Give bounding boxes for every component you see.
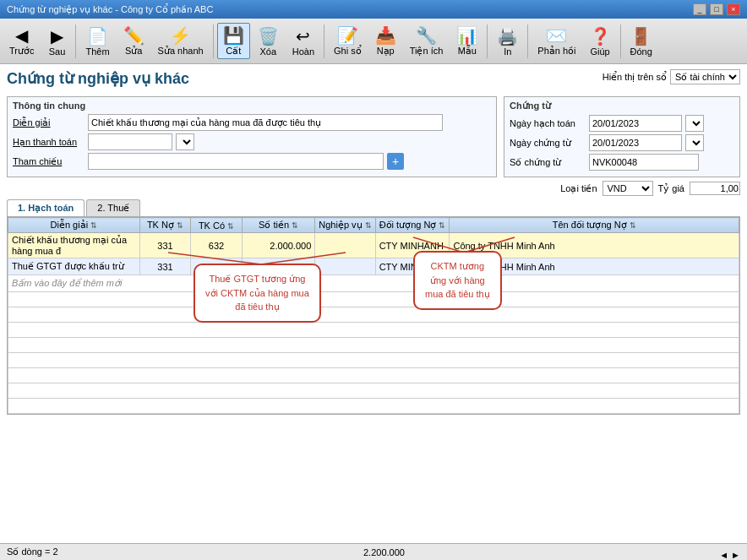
undo-label: Hoàn: [292, 46, 314, 57]
title-bar: Chứng từ nghiệp vụ khác - Công ty Cổ phầ…: [0, 0, 747, 19]
close-window-btn[interactable]: ×: [727, 3, 740, 15]
chung-tu-title: Chứng từ: [510, 101, 734, 111]
han-thanh-toan-select[interactable]: [176, 133, 194, 150]
currency-row: Loại tiền VND Tỷ giá: [7, 181, 740, 196]
main-wrapper: Chứng từ nghiệp vụ khác Hiển thị trên sổ…: [0, 64, 747, 560]
quickedit-button[interactable]: ⚡ Sửa nhanh: [152, 23, 210, 59]
feedback-label: Phản hồi: [537, 46, 575, 57]
utility-button[interactable]: 🔧 Tiện ích: [404, 23, 450, 59]
empty-row: [8, 307, 739, 323]
maximize-btn[interactable]: □: [710, 3, 723, 15]
close-button[interactable]: 🚪 Đóng: [624, 24, 658, 59]
empty-row: [8, 292, 739, 307]
so-chung-tu-input[interactable]: [589, 154, 699, 171]
tham-chieu-input[interactable]: [88, 153, 384, 170]
table-row[interactable]: Thuế GTGT được khấu trừ 331 1331 200.000…: [8, 258, 739, 275]
tham-chieu-label[interactable]: Tham chiếu: [13, 156, 85, 167]
help-icon: ❓: [590, 26, 611, 46]
ngay-chung-tu-select[interactable]: [685, 134, 704, 151]
col-tk-co: TK Có ⇅: [191, 218, 243, 233]
delete-button[interactable]: 🗑️ Xóa: [252, 24, 285, 59]
tab-thue[interactable]: 2. Thuế: [86, 199, 140, 216]
ngay-hach-toan-row: Ngày hạch toán: [510, 115, 734, 132]
toolbar: ◀ Trước ▶ Sau 📄 Thêm ✏️ Sửa ⚡ Sửa nhanh …: [0, 19, 747, 64]
so-chung-tu-row: Số chứng từ: [510, 154, 734, 171]
ngay-chung-tu-label: Ngày chứng từ: [510, 138, 586, 149]
col-tk-no: TK Nợ ⇅: [139, 218, 191, 233]
empty-row: [8, 323, 739, 338]
tab-hach-toan[interactable]: 1. Hạch toán: [7, 199, 85, 216]
separator2: [213, 24, 214, 58]
load-icon: 📥: [375, 25, 396, 46]
forward-button[interactable]: ▶ Sau: [41, 24, 72, 59]
template-button[interactable]: 📊 Mẫu: [450, 23, 483, 59]
help-label: Giúp: [590, 46, 609, 57]
template-icon: 📊: [456, 25, 477, 46]
help-button[interactable]: ❓ Giúp: [584, 24, 617, 59]
save-button[interactable]: 💾 Cất: [217, 23, 250, 59]
ngay-chung-tu-input[interactable]: [589, 134, 682, 151]
hien-thi-label: Hiển thị trên sổ: [603, 72, 667, 83]
close-icon: 🚪: [630, 26, 652, 46]
empty-row: [8, 383, 739, 399]
load-button[interactable]: 📥 Nạp: [369, 23, 402, 59]
callout2-text: CKTM tươngứng với hàngmua đã tiêu thụ: [425, 261, 490, 299]
han-thanh-toan-label[interactable]: Hạn thanh toán: [13, 137, 85, 148]
ty-gia-input[interactable]: [690, 182, 740, 195]
table-container: Diễn giải ⇅ TK Nợ ⇅ TK Có ⇅ Số tiền ⇅ Ng…: [7, 216, 740, 415]
ty-gia-label: Tỷ giá: [658, 183, 684, 194]
col-so-tien: Số tiền ⇅: [242, 218, 315, 233]
hien-thi-select[interactable]: Số tài chính Số nội bộ: [670, 69, 740, 84]
undo-icon: ↩: [296, 26, 310, 46]
ngay-hach-toan-label: Ngày hạch toán: [510, 118, 586, 129]
ngay-chung-tu-row: Ngày chứng từ: [510, 134, 734, 151]
han-thanh-toan-input[interactable]: [88, 133, 172, 150]
add-icon: 📄: [87, 26, 108, 46]
save-icon: 💾: [223, 25, 244, 46]
ngay-hach-toan-input[interactable]: [589, 115, 682, 132]
dien-giai-label[interactable]: Diễn giải: [13, 117, 85, 128]
dien-giai-input[interactable]: [88, 114, 443, 131]
cell-nghiep-vu: [315, 233, 375, 258]
quickedit-icon: ⚡: [170, 25, 191, 46]
top-controls: Chứng từ nghiệp vụ khác Hiển thị trên sổ…: [7, 69, 740, 93]
tham-chieu-add-button[interactable]: +: [387, 153, 404, 170]
post-button[interactable]: 📝 Ghi sổ: [328, 23, 368, 59]
feedback-icon: ✉️: [546, 25, 567, 46]
table-row[interactable]: Chiết khấu thương mại của hàng mua đ 331…: [8, 233, 739, 258]
quickedit-label: Sửa nhanh: [158, 46, 204, 57]
empty-row: [8, 368, 739, 383]
utility-label: Tiện ích: [410, 46, 444, 57]
feedback-button[interactable]: ✉️ Phản hồi: [532, 23, 581, 59]
add-button[interactable]: 📄 Thêm: [79, 24, 115, 59]
edit-button[interactable]: ✏️ Sửa: [117, 23, 150, 59]
edit-label: Sửa: [125, 46, 142, 57]
tabs-row: 1. Hạch toán 2. Thuế: [7, 199, 740, 216]
footer-status: Số dòng = 2: [7, 546, 58, 557]
cell-dien-giai: Chiết khấu thương mại của hàng mua đ: [8, 233, 140, 258]
thong-tin-title: Thông tin chung: [13, 101, 491, 111]
thong-tin-chung-panel: Thông tin chung Diễn giải Hạn thanh toán…: [7, 96, 497, 177]
back-button[interactable]: ◀ Trước: [3, 23, 40, 59]
col-doi-tuong-no: Đối tượng Nợ ⇅: [375, 218, 450, 233]
scrollbar-area[interactable]: ◄ ►: [719, 550, 740, 560]
add-new-row[interactable]: Bấm vào đây để thêm mới: [8, 275, 739, 292]
footer-total: 2.200.000: [363, 547, 405, 557]
callout1: Thuế GTGT tương ứngvới CKTM của hàng mua…: [194, 264, 321, 323]
save-label: Cất: [226, 46, 241, 57]
col-ten-doi-tuong-no: Tên đối tượng Nợ ⇅: [450, 218, 739, 233]
undo-button[interactable]: ↩ Hoàn: [286, 24, 320, 59]
forward-label: Sau: [49, 46, 66, 57]
load-label: Nạp: [377, 46, 395, 57]
ngay-hach-toan-select[interactable]: [685, 115, 704, 132]
page-title: Chứng từ nghiệp vụ khác: [7, 69, 189, 88]
cell-tk-no: 331: [139, 233, 191, 258]
forward-icon: ▶: [51, 26, 63, 46]
separator3: [324, 24, 324, 58]
minimize-btn[interactable]: _: [693, 3, 706, 15]
empty-row: [8, 353, 739, 368]
print-label: In: [504, 46, 511, 57]
print-button[interactable]: 🖨️ In: [491, 24, 524, 59]
loai-tien-select[interactable]: VND: [603, 181, 653, 196]
data-table: Diễn giải ⇅ TK Nợ ⇅ TK Có ⇅ Số tiền ⇅ Ng…: [8, 217, 739, 414]
